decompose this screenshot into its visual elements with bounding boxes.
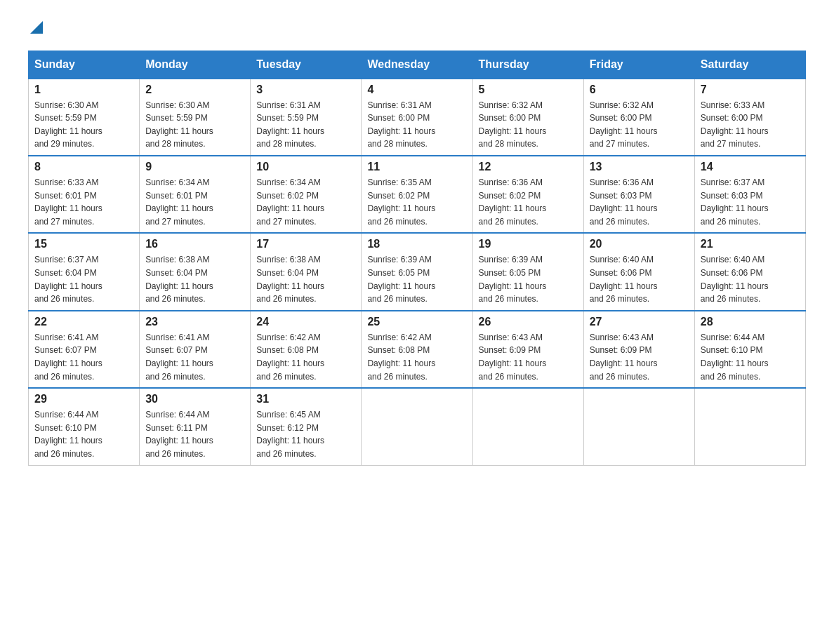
- day-info: Sunrise: 6:37 AM Sunset: 6:03 PM Dayligh…: [701, 176, 800, 228]
- calendar-table: SundayMondayTuesdayWednesdayThursdayFrid…: [28, 51, 806, 466]
- calendar-cell: [362, 388, 472, 465]
- day-info: Sunrise: 6:31 AM Sunset: 6:00 PM Dayligh…: [367, 99, 466, 151]
- day-number: 31: [256, 393, 355, 405]
- day-header-saturday: Saturday: [694, 51, 805, 79]
- day-info: Sunrise: 6:44 AM Sunset: 6:10 PM Dayligh…: [701, 331, 800, 383]
- day-info: Sunrise: 6:41 AM Sunset: 6:07 PM Dayligh…: [34, 331, 133, 383]
- calendar-cell: 12 Sunrise: 6:36 AM Sunset: 6:02 PM Dayl…: [472, 156, 583, 233]
- day-number: 10: [256, 161, 355, 173]
- day-number: 2: [145, 83, 244, 96]
- calendar-cell: 4 Sunrise: 6:31 AM Sunset: 6:00 PM Dayli…: [362, 79, 472, 156]
- day-header-wednesday: Wednesday: [362, 51, 472, 79]
- day-number: 25: [367, 316, 466, 328]
- day-number: 3: [256, 83, 355, 96]
- calendar-cell: [583, 388, 694, 465]
- day-info: Sunrise: 6:32 AM Sunset: 6:00 PM Dayligh…: [590, 99, 689, 151]
- calendar-cell: 23 Sunrise: 6:41 AM Sunset: 6:07 PM Dayl…: [140, 311, 251, 388]
- day-number: 11: [367, 161, 466, 173]
- day-number: 19: [479, 238, 578, 250]
- calendar-week-row: 15 Sunrise: 6:37 AM Sunset: 6:04 PM Dayl…: [29, 233, 806, 310]
- day-number: 29: [34, 393, 133, 405]
- day-number: 16: [145, 238, 244, 250]
- day-info: Sunrise: 6:42 AM Sunset: 6:08 PM Dayligh…: [367, 331, 466, 383]
- calendar-cell: 11 Sunrise: 6:35 AM Sunset: 6:02 PM Dayl…: [362, 156, 472, 233]
- calendar-cell: 6 Sunrise: 6:32 AM Sunset: 6:00 PM Dayli…: [583, 79, 694, 156]
- day-info: Sunrise: 6:35 AM Sunset: 6:02 PM Dayligh…: [367, 176, 466, 228]
- day-info: Sunrise: 6:38 AM Sunset: 6:04 PM Dayligh…: [145, 253, 244, 305]
- calendar-cell: 10 Sunrise: 6:34 AM Sunset: 6:02 PM Dayl…: [251, 156, 362, 233]
- day-number: 27: [590, 316, 689, 328]
- day-number: 21: [701, 238, 800, 250]
- calendar-cell: 8 Sunrise: 6:33 AM Sunset: 6:01 PM Dayli…: [29, 156, 140, 233]
- day-info: Sunrise: 6:34 AM Sunset: 6:01 PM Dayligh…: [145, 176, 244, 228]
- day-number: 9: [145, 161, 244, 173]
- calendar-cell: 25 Sunrise: 6:42 AM Sunset: 6:08 PM Dayl…: [362, 311, 472, 388]
- logo: [28, 21, 43, 36]
- day-info: Sunrise: 6:30 AM Sunset: 5:59 PM Dayligh…: [145, 99, 244, 151]
- calendar-cell: 28 Sunrise: 6:44 AM Sunset: 6:10 PM Dayl…: [694, 311, 805, 388]
- logo-icon: [30, 21, 43, 34]
- calendar-cell: [694, 388, 805, 465]
- page-header: [28, 21, 806, 36]
- day-number: 7: [701, 83, 800, 96]
- calendar-cell: 19 Sunrise: 6:39 AM Sunset: 6:05 PM Dayl…: [472, 233, 583, 310]
- calendar-cell: 17 Sunrise: 6:38 AM Sunset: 6:04 PM Dayl…: [251, 233, 362, 310]
- calendar-cell: 26 Sunrise: 6:43 AM Sunset: 6:09 PM Dayl…: [472, 311, 583, 388]
- day-header-sunday: Sunday: [29, 51, 140, 79]
- day-info: Sunrise: 6:31 AM Sunset: 5:59 PM Dayligh…: [256, 99, 355, 151]
- day-info: Sunrise: 6:33 AM Sunset: 6:00 PM Dayligh…: [701, 99, 800, 151]
- calendar-week-row: 1 Sunrise: 6:30 AM Sunset: 5:59 PM Dayli…: [29, 79, 806, 156]
- calendar-header-row: SundayMondayTuesdayWednesdayThursdayFrid…: [29, 51, 806, 79]
- calendar-cell: 1 Sunrise: 6:30 AM Sunset: 5:59 PM Dayli…: [29, 79, 140, 156]
- calendar-week-row: 22 Sunrise: 6:41 AM Sunset: 6:07 PM Dayl…: [29, 311, 806, 388]
- day-info: Sunrise: 6:38 AM Sunset: 6:04 PM Dayligh…: [256, 253, 355, 305]
- day-info: Sunrise: 6:43 AM Sunset: 6:09 PM Dayligh…: [590, 331, 689, 383]
- day-info: Sunrise: 6:30 AM Sunset: 5:59 PM Dayligh…: [34, 99, 133, 151]
- day-info: Sunrise: 6:33 AM Sunset: 6:01 PM Dayligh…: [34, 176, 133, 228]
- day-number: 24: [256, 316, 355, 328]
- calendar-cell: 30 Sunrise: 6:44 AM Sunset: 6:11 PM Dayl…: [140, 388, 251, 465]
- day-number: 6: [590, 83, 689, 96]
- calendar-week-row: 29 Sunrise: 6:44 AM Sunset: 6:10 PM Dayl…: [29, 388, 806, 465]
- day-number: 15: [34, 238, 133, 250]
- calendar-cell: 7 Sunrise: 6:33 AM Sunset: 6:00 PM Dayli…: [694, 79, 805, 156]
- day-info: Sunrise: 6:36 AM Sunset: 6:02 PM Dayligh…: [479, 176, 578, 228]
- day-info: Sunrise: 6:37 AM Sunset: 6:04 PM Dayligh…: [34, 253, 133, 305]
- day-number: 8: [34, 161, 133, 173]
- calendar-cell: 18 Sunrise: 6:39 AM Sunset: 6:05 PM Dayl…: [362, 233, 472, 310]
- calendar-cell: 22 Sunrise: 6:41 AM Sunset: 6:07 PM Dayl…: [29, 311, 140, 388]
- day-header-friday: Friday: [583, 51, 694, 79]
- day-info: Sunrise: 6:34 AM Sunset: 6:02 PM Dayligh…: [256, 176, 355, 228]
- calendar-cell: 16 Sunrise: 6:38 AM Sunset: 6:04 PM Dayl…: [140, 233, 251, 310]
- calendar-cell: 2 Sunrise: 6:30 AM Sunset: 5:59 PM Dayli…: [140, 79, 251, 156]
- day-header-monday: Monday: [140, 51, 251, 79]
- day-number: 18: [367, 238, 466, 250]
- day-number: 4: [367, 83, 466, 96]
- calendar-cell: 3 Sunrise: 6:31 AM Sunset: 5:59 PM Dayli…: [251, 79, 362, 156]
- day-number: 17: [256, 238, 355, 250]
- calendar-cell: 20 Sunrise: 6:40 AM Sunset: 6:06 PM Dayl…: [583, 233, 694, 310]
- calendar-cell: 5 Sunrise: 6:32 AM Sunset: 6:00 PM Dayli…: [472, 79, 583, 156]
- calendar-cell: 9 Sunrise: 6:34 AM Sunset: 6:01 PM Dayli…: [140, 156, 251, 233]
- day-info: Sunrise: 6:42 AM Sunset: 6:08 PM Dayligh…: [256, 331, 355, 383]
- day-info: Sunrise: 6:39 AM Sunset: 6:05 PM Dayligh…: [479, 253, 578, 305]
- day-number: 13: [590, 161, 689, 173]
- day-number: 5: [479, 83, 578, 96]
- day-number: 26: [479, 316, 578, 328]
- calendar-week-row: 8 Sunrise: 6:33 AM Sunset: 6:01 PM Dayli…: [29, 156, 806, 233]
- day-info: Sunrise: 6:39 AM Sunset: 6:05 PM Dayligh…: [367, 253, 466, 305]
- day-number: 22: [34, 316, 133, 328]
- day-info: Sunrise: 6:44 AM Sunset: 6:10 PM Dayligh…: [34, 408, 133, 460]
- day-header-thursday: Thursday: [472, 51, 583, 79]
- calendar-cell: 21 Sunrise: 6:40 AM Sunset: 6:06 PM Dayl…: [694, 233, 805, 310]
- calendar-cell: 29 Sunrise: 6:44 AM Sunset: 6:10 PM Dayl…: [29, 388, 140, 465]
- day-number: 12: [479, 161, 578, 173]
- calendar-cell: 27 Sunrise: 6:43 AM Sunset: 6:09 PM Dayl…: [583, 311, 694, 388]
- svg-marker-0: [30, 21, 43, 34]
- day-info: Sunrise: 6:40 AM Sunset: 6:06 PM Dayligh…: [590, 253, 689, 305]
- day-info: Sunrise: 6:36 AM Sunset: 6:03 PM Dayligh…: [590, 176, 689, 228]
- day-info: Sunrise: 6:43 AM Sunset: 6:09 PM Dayligh…: [479, 331, 578, 383]
- calendar-cell: [472, 388, 583, 465]
- day-info: Sunrise: 6:40 AM Sunset: 6:06 PM Dayligh…: [701, 253, 800, 305]
- day-header-tuesday: Tuesday: [251, 51, 362, 79]
